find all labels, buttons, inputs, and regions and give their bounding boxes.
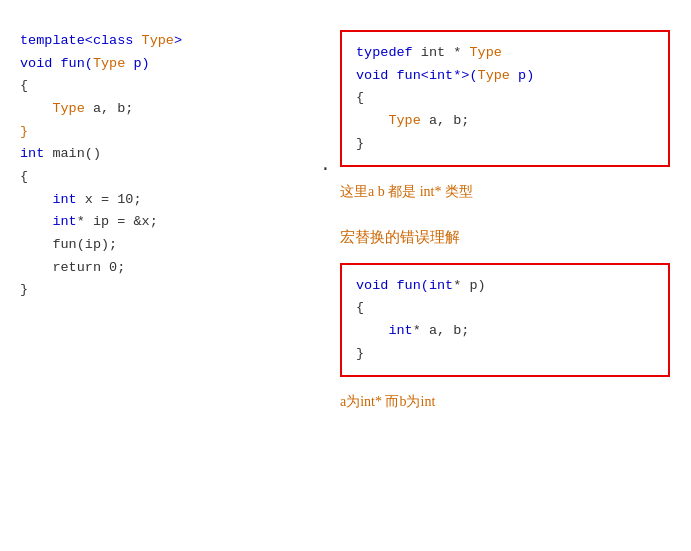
left-code-panel: template<class Type> void fun(Type p) { … <box>20 30 310 521</box>
right-panel: typedef int * Type void fun<int*>(Type p… <box>310 30 670 521</box>
top-code-pre: typedef int * Type void fun<int*>(Type p… <box>356 42 654 155</box>
main-container: template<class Type> void fun(Type p) { … <box>0 0 691 551</box>
section-title: 宏替换的错误理解 <box>340 228 670 247</box>
bottom-annotation: a为int* 而b为int <box>340 393 670 411</box>
top-annotation: 这里a b 都是 int* 类型 <box>340 181 670 203</box>
top-code-box: typedef int * Type void fun<int*>(Type p… <box>340 30 670 167</box>
left-code-block: template<class Type> void fun(Type p) { … <box>20 30 310 302</box>
bottom-code-pre: void fun(int* p) { int* a, b; } <box>356 275 654 366</box>
dot-separator: . <box>320 155 331 175</box>
bottom-code-box: void fun(int* p) { int* a, b; } <box>340 263 670 378</box>
